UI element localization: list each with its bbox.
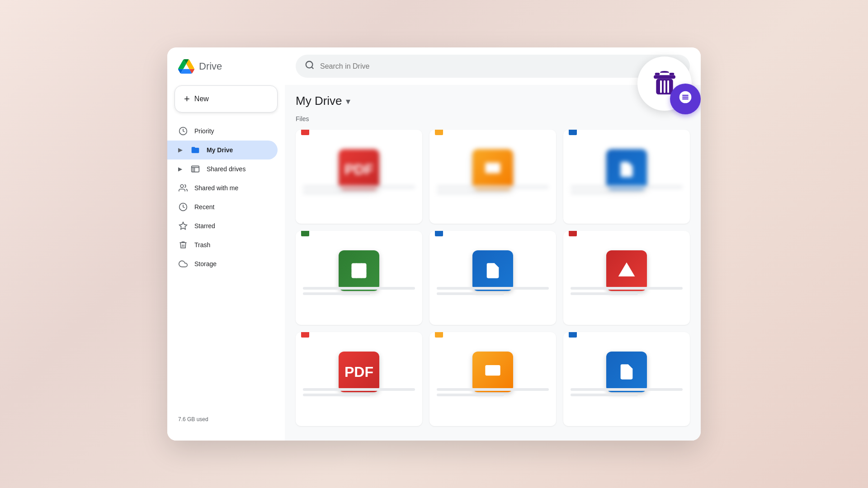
file-card[interactable]: [563, 130, 690, 224]
storage-used-text: 7.6 GB used: [178, 416, 208, 422]
app-badge-icon: [678, 90, 693, 108]
files-section-label: Files: [296, 115, 690, 122]
svg-rect-12: [485, 163, 500, 173]
sidebar-item-shared-with-me-label: Shared with me: [194, 184, 238, 192]
sidebar-item-shared-drives[interactable]: ▶ Shared drives: [167, 160, 278, 178]
sidebar-item-my-drive-label: My Drive: [207, 146, 233, 154]
title-dropdown-icon[interactable]: ▾: [346, 96, 350, 107]
file-card[interactable]: PDF: [296, 130, 422, 224]
content-line-short: [437, 394, 504, 396]
forms-file-icon: [606, 250, 647, 291]
sidebar-item-my-drive[interactable]: ▶ My Drive: [167, 141, 278, 160]
svg-marker-24: [618, 263, 635, 277]
file-content-lines: [437, 287, 549, 298]
svg-marker-4: [179, 222, 187, 230]
content-area: My Drive ▾ Files PDF: [285, 85, 701, 441]
content-line: [303, 388, 415, 391]
file-card[interactable]: [429, 332, 556, 426]
content-line: [437, 186, 549, 188]
svg-point-5: [306, 61, 313, 68]
file-card-header: [429, 231, 556, 235]
file-card-footer: [296, 408, 422, 426]
sidebar-item-shared-with-me[interactable]: Shared with me: [167, 178, 278, 197]
content-line-short: [571, 191, 638, 194]
file-card-body: [563, 336, 690, 408]
file-card[interactable]: [429, 231, 556, 325]
file-content-lines: [571, 287, 683, 298]
content-line: [571, 388, 683, 391]
svg-point-2: [180, 185, 184, 188]
content-line: [571, 287, 683, 290]
search-input[interactable]: [320, 62, 665, 70]
svg-rect-29: [655, 73, 660, 75]
file-card-footer: [563, 206, 690, 224]
file-content-lines: [303, 287, 415, 298]
svg-rect-1: [192, 166, 199, 172]
file-card-header: [296, 231, 422, 235]
content-line: [571, 186, 683, 188]
sidebar-item-priority-label: Priority: [194, 127, 214, 135]
trash-overlay-circle[interactable]: [637, 56, 692, 111]
file-content-lines: [303, 186, 415, 197]
expand-arrow-icon: ▶: [178, 147, 182, 153]
file-card-body: PDF: [296, 133, 422, 206]
file-card-header: [563, 332, 690, 336]
sidebar-item-trash[interactable]: Trash: [167, 235, 278, 254]
priority-icon: [178, 126, 188, 136]
slides-file-icon: [472, 149, 513, 190]
file-card[interactable]: [429, 130, 556, 224]
file-card[interactable]: [563, 332, 690, 426]
files-grid: PDF: [296, 130, 690, 426]
file-card-body: [296, 235, 422, 307]
file-card-footer: [563, 307, 690, 325]
file-card-footer: [429, 408, 556, 426]
content-line-short: [303, 292, 370, 295]
search-bar[interactable]: [296, 55, 690, 78]
file-card-footer: [429, 206, 556, 224]
file-card[interactable]: [296, 231, 422, 325]
sheets-file-icon: [339, 250, 379, 291]
file-card-header: [296, 130, 422, 133]
sidebar-item-trash-label: Trash: [194, 241, 210, 249]
shared-drives-icon: [190, 164, 200, 174]
sidebar-item-recent[interactable]: Recent: [167, 197, 278, 216]
file-card-footer: [296, 206, 422, 224]
sidebar-item-starred[interactable]: Starred: [167, 216, 278, 235]
svg-line-6: [311, 67, 313, 69]
svg-rect-25: [485, 365, 500, 375]
pdf-file-icon-2: PDF: [339, 352, 379, 392]
content-line-short: [571, 292, 638, 295]
slides-file-icon-2: [472, 352, 513, 392]
app-badge[interactable]: [670, 84, 701, 114]
file-content-lines: [437, 388, 549, 399]
file-card-header: [563, 231, 690, 235]
file-card-header: [429, 332, 556, 336]
file-card[interactable]: PDF: [296, 332, 422, 426]
storage-icon: [178, 259, 188, 269]
file-card-footer: [296, 307, 422, 325]
new-button[interactable]: + New: [175, 85, 278, 113]
plus-icon: +: [184, 93, 190, 105]
sidebar-item-recent-label: Recent: [194, 203, 214, 211]
overlay-icons: [637, 56, 692, 111]
sidebar-item-starred-label: Starred: [194, 222, 215, 230]
recent-icon: [178, 202, 188, 212]
file-content-lines: [571, 388, 683, 399]
content-line-short: [437, 292, 504, 295]
app-logo: Drive: [167, 58, 285, 85]
expand-arrow-icon-2: ▶: [178, 166, 182, 172]
search-icon: [305, 60, 315, 72]
drive-logo-icon: [178, 58, 194, 75]
svg-rect-16: [352, 263, 367, 278]
sidebar-item-shared-drives-label: Shared drives: [207, 165, 245, 173]
file-card-body: [429, 235, 556, 307]
file-card[interactable]: [563, 231, 690, 325]
sidebar-item-priority[interactable]: Priority: [167, 122, 278, 141]
shared-with-me-icon: [178, 183, 188, 193]
star-icon: [178, 221, 188, 231]
sidebar-item-storage-label: Storage: [194, 260, 217, 267]
file-card-header: [563, 130, 690, 133]
content-line-short: [303, 191, 370, 194]
pdf-file-icon: PDF: [339, 149, 379, 190]
sidebar-item-storage[interactable]: Storage: [167, 254, 278, 273]
